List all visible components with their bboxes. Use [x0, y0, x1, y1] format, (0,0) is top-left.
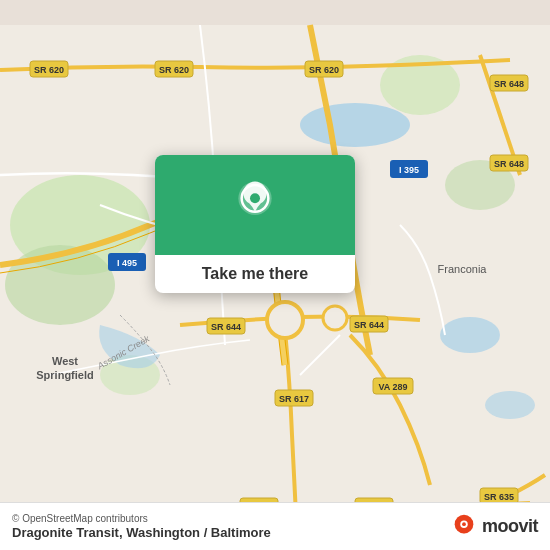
svg-text:SR 648: SR 648 — [494, 79, 524, 89]
map-container: I 495 I 395 SR 620 SR 620 SR 620 SR 648 … — [0, 0, 550, 550]
copyright-text: © OpenStreetMap contributors — [12, 513, 271, 524]
svg-point-9 — [267, 302, 303, 338]
bottom-bar: © OpenStreetMap contributors Dragonite T… — [0, 502, 550, 550]
svg-point-8 — [485, 391, 535, 419]
svg-text:SR 644: SR 644 — [354, 320, 384, 330]
svg-text:SR 620: SR 620 — [309, 65, 339, 75]
svg-text:SR 648: SR 648 — [494, 159, 524, 169]
svg-text:I 495: I 495 — [117, 258, 137, 268]
svg-point-46 — [250, 193, 260, 203]
svg-text:West: West — [52, 355, 78, 367]
location-pin-icon — [230, 180, 280, 230]
cta-card[interactable]: Take me there — [155, 155, 355, 293]
app-title: Dragonite Transit, Washington / Baltimor… — [12, 525, 271, 540]
moovit-brand-text: moovit — [482, 516, 538, 537]
svg-text:SR 635: SR 635 — [484, 492, 514, 502]
cta-card-header — [155, 155, 355, 255]
svg-text:SR 620: SR 620 — [34, 65, 64, 75]
svg-text:SR 644: SR 644 — [211, 322, 241, 332]
svg-text:Springfield: Springfield — [36, 369, 93, 381]
svg-text:SR 620: SR 620 — [159, 65, 189, 75]
svg-text:VA 289: VA 289 — [378, 382, 407, 392]
cta-text-area[interactable]: Take me there — [155, 255, 355, 293]
moovit-logo: moovit — [450, 513, 538, 541]
svg-text:I 395: I 395 — [399, 165, 419, 175]
bottom-left-info: © OpenStreetMap contributors Dragonite T… — [12, 513, 271, 540]
svg-text:Franconia: Franconia — [438, 263, 488, 275]
moovit-brand-icon — [450, 513, 478, 541]
svg-point-7 — [440, 317, 500, 353]
svg-point-6 — [300, 103, 410, 147]
svg-point-49 — [462, 522, 466, 526]
svg-text:SR 617: SR 617 — [279, 394, 309, 404]
svg-point-10 — [323, 306, 347, 330]
take-me-there-button[interactable]: Take me there — [202, 265, 308, 282]
